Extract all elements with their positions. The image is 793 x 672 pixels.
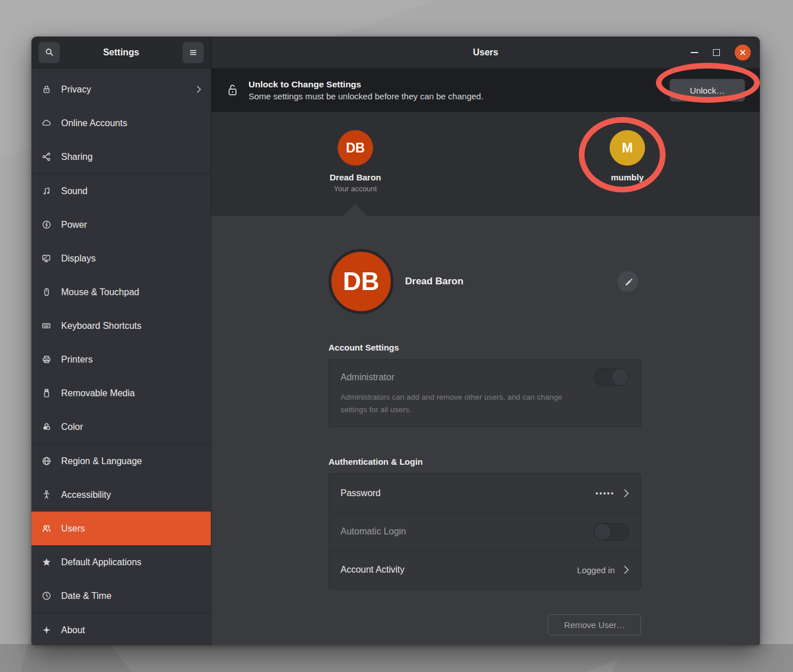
password-row[interactable]: Password •••••: [329, 474, 640, 512]
edit-avatar-button[interactable]: [617, 271, 639, 292]
sidebar-item-label: Online Accounts: [61, 118, 127, 128]
sidebar-title: Settings: [60, 47, 182, 58]
display-icon: [41, 253, 51, 264]
content-pane: Unlock to Change Settings Some settings …: [211, 69, 760, 645]
sidebar-item-label: Color: [61, 422, 83, 432]
user-chip-name: mumbly: [579, 172, 676, 182]
sidebar-item-printers[interactable]: Printers: [31, 343, 211, 376]
lock-open-icon: [226, 83, 239, 97]
sidebar-item-label: Privacy: [61, 84, 91, 95]
titlebar: Settings Users: [31, 37, 760, 69]
administrator-row: Administrator Administrators can add and…: [329, 360, 640, 426]
automatic-login-toggle[interactable]: [594, 523, 629, 541]
sidebar-item-sharing[interactable]: Sharing: [31, 140, 211, 174]
automatic-login-row: Automatic Login: [329, 512, 640, 550]
account-activity-value: Logged in: [577, 565, 615, 575]
user-chip-subtitle: Your account: [307, 184, 404, 193]
content-headerbar: Users: [211, 37, 760, 69]
account-activity-label: Account Activity: [341, 565, 404, 575]
banner-texts: Unlock to Change Settings Some settings …: [249, 79, 483, 101]
sidebar-item-label: Keyboard Shortcuts: [61, 321, 142, 331]
sidebar-item-label: Printers: [61, 355, 93, 365]
user-chip-mumbly[interactable]: M mumbly: [579, 130, 676, 182]
account-activity-row[interactable]: Account Activity Logged in: [329, 550, 640, 589]
section-header-authentication: Authentication & Login: [329, 457, 641, 466]
authentication-card: Password ••••• Automatic Login: [329, 473, 641, 589]
hamburger-menu-icon: [189, 48, 198, 57]
administrator-description: Administrators can add and remove other …: [341, 391, 583, 416]
mouse-icon: [41, 287, 51, 297]
lock-icon: [41, 84, 51, 95]
sidebar-headerbar: Settings: [31, 37, 211, 69]
sidebar-item-online-accounts[interactable]: Online Accounts: [31, 106, 211, 140]
printer-icon: [41, 355, 51, 365]
sidebar-item-label: Removable Media: [61, 388, 135, 399]
sidebar-item-mouse-touchpad[interactable]: Mouse & Touchpad: [31, 275, 211, 309]
clock-icon: [41, 591, 51, 601]
sidebar-item-label: Sharing: [61, 152, 93, 162]
close-icon: [739, 49, 747, 57]
sidebar-item-accessibility[interactable]: Accessibility: [31, 478, 211, 512]
toggle-knob: [594, 523, 611, 541]
share-icon: [41, 152, 51, 162]
sidebar-item-users[interactable]: Users: [31, 512, 211, 545]
automatic-login-label: Automatic Login: [341, 526, 406, 537]
minimize-button[interactable]: [691, 52, 698, 53]
sidebar-item-color[interactable]: Color: [31, 410, 211, 444]
maximize-button[interactable]: [713, 49, 720, 56]
globe-icon: [41, 456, 51, 466]
account-settings-card: Administrator Administrators can add and…: [329, 359, 641, 427]
sidebar-item-region-language[interactable]: Region & Language: [31, 444, 211, 478]
chevron-right-icon: [197, 85, 202, 94]
window-controls: [691, 45, 760, 61]
search-icon: [45, 47, 54, 57]
page-title: Users: [211, 47, 760, 58]
unlock-button[interactable]: Unlock…: [670, 79, 745, 102]
cloud-icon: [41, 118, 51, 128]
remove-user-button[interactable]: Remove User…: [548, 614, 641, 635]
password-label: Password: [341, 488, 381, 498]
chevron-right-icon: [624, 565, 629, 574]
chevron-right-icon: [624, 489, 629, 498]
sidebar-item-power[interactable]: Power: [31, 208, 211, 242]
administrator-label: Administrator: [341, 372, 394, 383]
sidebar-item-privacy[interactable]: Privacy: [31, 73, 211, 106]
password-dots: •••••: [595, 489, 615, 497]
sidebar-item-label: Displays: [61, 253, 95, 264]
user-chip-dread-baron[interactable]: DB Dread Baron Your account: [307, 130, 404, 193]
sidebar-item-sound[interactable]: Sound: [31, 174, 211, 208]
sidebar-item-date-time[interactable]: Date & Time: [31, 579, 211, 613]
banner-subtitle: Some settings must be unlocked before th…: [249, 91, 483, 101]
avatar: M: [610, 130, 645, 166]
sidebar: PrivacyOnline AccountsSharingSoundPowerD…: [31, 69, 211, 645]
unlock-banner: Unlock to Change Settings Some settings …: [211, 69, 760, 112]
sidebar-item-about[interactable]: About: [31, 613, 211, 645]
administrator-toggle[interactable]: [594, 368, 629, 386]
sidebar-item-label: Accessibility: [61, 490, 111, 500]
main-area: PrivacyOnline AccountsSharingSoundPowerD…: [31, 69, 760, 645]
sidebar-item-label: Default Applications: [61, 557, 142, 568]
music-note-icon: [41, 186, 51, 196]
sidebar-item-keyboard-shortcuts[interactable]: Keyboard Shortcuts: [31, 309, 211, 343]
star-icon: [41, 557, 51, 568]
power-icon: [41, 220, 51, 230]
close-button[interactable]: [735, 45, 751, 61]
user-carousel: DB Dread Baron Your account M mumbly: [211, 112, 760, 216]
sidebar-item-label: Date & Time: [61, 591, 111, 601]
accessibility-icon: [41, 490, 51, 500]
search-button[interactable]: [38, 42, 60, 63]
sidebar-item-default-applications[interactable]: Default Applications: [31, 545, 211, 579]
primary-menu-button[interactable]: [182, 42, 204, 63]
sidebar-item-label: Sound: [61, 186, 87, 196]
settings-window: Settings Users PrivacyOnline Accounts: [31, 37, 760, 645]
avatar: DB: [338, 130, 373, 166]
section-header-account-settings: Account Settings: [329, 343, 641, 352]
sidebar-item-removable-media[interactable]: Removable Media: [31, 376, 211, 410]
user-detail-panel: DB Dread Baron Account Settings Admini: [211, 216, 760, 645]
user-chip-name: Dread Baron: [307, 172, 404, 182]
flash-drive-icon: [41, 388, 51, 399]
sidebar-item-displays[interactable]: Displays: [31, 242, 211, 275]
banner-title: Unlock to Change Settings: [249, 79, 483, 90]
sidebar-item-label: About: [61, 625, 85, 635]
sidebar-item-label: Power: [61, 220, 87, 230]
